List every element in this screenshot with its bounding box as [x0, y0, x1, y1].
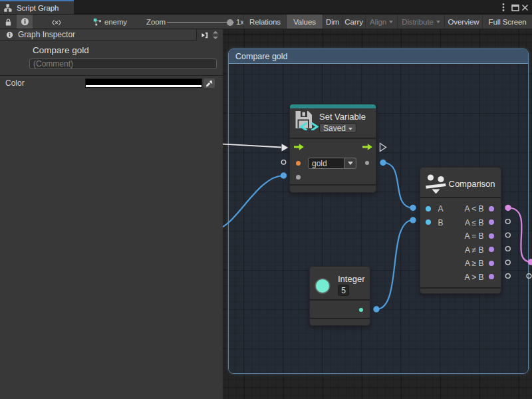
- variable-name-dropdown[interactable]: gold: [308, 158, 344, 169]
- chevron-down-icon: [436, 21, 440, 23]
- variable-scope-dropdown[interactable]: Saved: [319, 123, 356, 133]
- zoom-slider-track: [167, 22, 234, 23]
- output-gt-port[interactable]: [489, 274, 494, 279]
- code-preview-button[interactable]: [52, 19, 61, 27]
- chevron-down-icon: [389, 21, 393, 23]
- zoom-slider[interactable]: [167, 15, 234, 30]
- graph-canvas[interactable]: Compare gold: [223, 29, 532, 399]
- node-title: Set Variable: [319, 112, 366, 122]
- graph-owner-label: enemy: [104, 18, 127, 26]
- separator: [0, 75, 223, 76]
- fullscreen-button[interactable]: Full Screen: [482, 15, 532, 29]
- node-set-variable[interactable]: Set Variable Saved gold: [289, 104, 376, 193]
- group-title: Compare gold: [235, 52, 288, 61]
- lock-icon: [5, 19, 11, 26]
- separator: [290, 138, 376, 139]
- integer-value-input[interactable]: 5: [338, 285, 349, 296]
- inspector-toggle-button[interactable]: [17, 15, 33, 29]
- distribute-dropdown[interactable]: Distribute: [397, 15, 444, 29]
- color-label: Color: [5, 78, 25, 88]
- overview-button[interactable]: Overview: [444, 15, 482, 29]
- align-dropdown[interactable]: Align: [365, 15, 397, 29]
- values-button[interactable]: Values: [286, 15, 323, 29]
- variable-name-dropdown-button[interactable]: [344, 158, 356, 169]
- comment-placeholder: (Comment): [33, 59, 73, 68]
- color-alpha-bar: [86, 85, 201, 88]
- node-comparison[interactable]: Comparison A B A < B A ≤ B A = B A ≠ B A…: [420, 167, 501, 294]
- output-lte-port[interactable]: [489, 219, 494, 225]
- integer-output-port[interactable]: [359, 308, 363, 312]
- comment-input[interactable]: (Comment): [29, 59, 217, 69]
- node-title: Integer: [338, 274, 364, 284]
- inspector-header-label: Graph Inspector: [18, 30, 75, 39]
- graph-inspector-panel: Graph Inspector Compare gold (Comment) C…: [0, 29, 223, 399]
- output-neq-port[interactable]: [489, 247, 494, 252]
- close-icon[interactable]: [521, 4, 529, 11]
- flow-in-port[interactable]: [294, 144, 304, 150]
- eyedropper-icon: [205, 80, 213, 87]
- separator: [420, 197, 501, 198]
- input-a-port[interactable]: [426, 206, 431, 211]
- separator: [310, 299, 370, 301]
- input-b-port[interactable]: [426, 219, 431, 225]
- code-brackets-icon: [52, 20, 61, 25]
- integer-icon: [316, 279, 329, 293]
- node-title: Comparison: [449, 179, 495, 189]
- graph-owner-icon[interactable]: [93, 18, 102, 26]
- info-icon: [21, 17, 29, 26]
- dock-panel-icon[interactable]: [201, 32, 208, 39]
- eyedropper-button[interactable]: [203, 78, 215, 88]
- flow-out-port[interactable]: [362, 144, 372, 150]
- dim-button[interactable]: Dim: [323, 15, 342, 29]
- output-lt-port[interactable]: [489, 206, 494, 211]
- node-accent-strip: [290, 104, 376, 108]
- color-field[interactable]: [85, 78, 202, 88]
- node-integer[interactable]: Integer 5: [309, 266, 370, 326]
- variable-name-port[interactable]: [296, 161, 301, 166]
- separator: [310, 318, 370, 319]
- group-header[interactable]: Compare gold: [229, 49, 528, 64]
- info-icon: [6, 31, 13, 39]
- separator: [420, 287, 501, 289]
- title-bar: Script Graph: [0, 0, 532, 14]
- relations-button[interactable]: Relations: [243, 15, 286, 29]
- graph-title: Compare gold: [33, 45, 89, 55]
- maximize-icon[interactable]: [511, 4, 519, 11]
- output-value-port[interactable]: [365, 161, 369, 165]
- chevron-down-icon: [348, 162, 353, 165]
- graph-toolbar: enemy Zoom 1x Relations Values Dim Carry…: [0, 15, 532, 29]
- inspector-header: Graph Inspector: [0, 29, 197, 41]
- comparison-icon: [426, 174, 446, 194]
- zoom-slider-handle[interactable]: [227, 19, 233, 26]
- chevron-down-icon: [348, 128, 352, 130]
- output-gte-port[interactable]: [489, 261, 494, 266]
- scroll-spinner[interactable]: [211, 30, 219, 41]
- save-variable-icon: [295, 110, 319, 130]
- script-graph-window: Script Graph: [0, 0, 532, 399]
- kebab-menu-icon[interactable]: [502, 3, 505, 11]
- output-eq-port[interactable]: [489, 233, 494, 239]
- separator: [290, 184, 376, 186]
- zoom-label: Zoom: [146, 18, 166, 26]
- input-value-port[interactable]: [296, 175, 301, 180]
- lock-button[interactable]: [5, 19, 11, 27]
- carry-button[interactable]: Carry: [342, 15, 365, 29]
